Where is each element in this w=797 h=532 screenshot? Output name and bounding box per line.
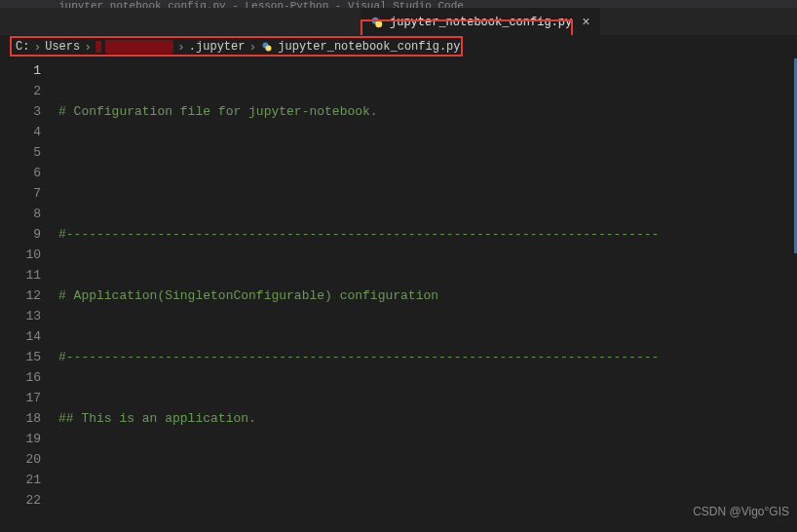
code-content[interactable]: # Configuration file for jupyter-noteboo… [58,58,797,532]
code-line: #---------------------------------------… [58,224,797,245]
line-number: 9 [0,224,41,245]
breadcrumb-seg-users[interactable]: Users [45,40,80,54]
chevron-right-icon: › [84,40,92,55]
python-file-icon [260,40,274,54]
line-number: 12 [0,285,41,306]
watermark: CSDN @Vigo°GIS [693,505,789,518]
breadcrumb-seg-drive[interactable]: C: [16,40,29,54]
line-number: 5 [0,142,41,163]
svg-point-3 [266,46,272,52]
breadcrumb-seg-jupyter[interactable]: .jupyter [189,40,246,54]
line-number: 6 [0,163,41,183]
code-line: ## This is an application. [58,408,797,429]
tab-active[interactable]: jupyter_notebook_config.py × [361,8,600,35]
editor[interactable]: 1 2 3 4 5 6 7 8 9 10 11 12 13 14 15 16 1… [0,58,797,532]
line-number: 4 [0,122,41,142]
line-number: 20 [0,449,41,470]
line-number: 8 [0,204,41,224]
tab-bar: jupyter_notebook_config.py × [0,8,797,35]
code-line: #---------------------------------------… [58,347,797,367]
tab-filename: jupyter_notebook_config.py [390,16,572,29]
code-line: # Application(SingletonConfigurable) con… [58,285,797,306]
python-file-icon [370,16,384,29]
redacted-username [105,40,173,54]
line-number: 16 [0,367,41,388]
code-line [58,163,797,183]
line-number: 11 [0,265,41,285]
chevron-right-icon: › [33,40,41,55]
code-line [58,470,797,490]
line-number: 1 [0,60,41,81]
line-number: 2 [0,81,41,101]
line-number: 3 [0,101,41,122]
breadcrumb-seg-file[interactable]: jupyter_notebook_config.py [278,40,460,54]
line-number: 21 [0,470,41,490]
line-number: 13 [0,306,41,326]
chevron-right-icon: › [248,40,256,55]
line-number: 7 [0,183,41,204]
line-number: 18 [0,408,41,429]
line-number: 15 [0,347,41,367]
redaction-icon [95,41,101,53]
title-bar: jupyter_notebook_config.py - Lesson-Pyth… [0,0,797,8]
code-line: # Configuration file for jupyter-noteboo… [58,101,797,122]
breadcrumb: C: › Users › › .jupyter › jupyter_notebo… [0,35,797,58]
line-number: 17 [0,388,41,408]
close-icon[interactable]: × [582,15,589,30]
line-number: 19 [0,429,41,449]
line-number: 22 [0,490,41,511]
chevron-right-icon: › [177,40,185,55]
line-number-gutter: 1 2 3 4 5 6 7 8 9 10 11 12 13 14 15 16 1… [0,58,58,532]
svg-point-1 [375,20,382,27]
line-number: 10 [0,245,41,265]
line-number: 14 [0,326,41,347]
